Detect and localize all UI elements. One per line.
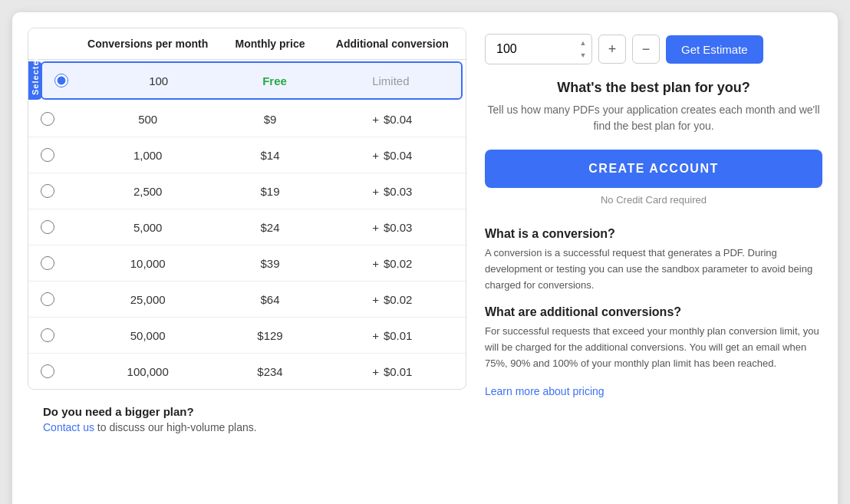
additional-50000: +$0.01 bbox=[331, 329, 453, 342]
conversions-100000: 100,000 bbox=[87, 365, 209, 378]
best-plan-title: What's the best plan for you? bbox=[485, 80, 822, 96]
radio-100000[interactable] bbox=[41, 364, 54, 378]
best-plan-description: Tell us how many PDFs your application c… bbox=[485, 102, 822, 134]
additional-5000: +$0.03 bbox=[331, 221, 453, 234]
create-account-button[interactable]: CREATE ACCOUNT bbox=[485, 150, 822, 188]
additional-100000: +$0.01 bbox=[331, 365, 453, 378]
no-credit-card-text: No Credit Card required bbox=[485, 194, 822, 206]
selected-badge: Selected bbox=[28, 61, 42, 100]
pricing-row-5000[interactable]: 5,000 $24 +$0.03 bbox=[28, 209, 466, 245]
pricing-table: Conversions per month Monthly price Addi… bbox=[28, 28, 466, 390]
faq-conversion-title: What is a conversion? bbox=[485, 227, 822, 241]
selected-row-wrapper: Selected 100 Free Limited bbox=[28, 61, 466, 100]
pricing-row-25000[interactable]: 25,000 $64 +$0.02 bbox=[28, 282, 466, 318]
pricing-row-500[interactable]: 500 $9 +$0.04 bbox=[28, 101, 466, 137]
radio-cell-1000 bbox=[41, 148, 87, 162]
spinner-down-button[interactable]: ▼ bbox=[575, 49, 591, 61]
pricing-row-2500[interactable]: 2,500 $19 +$0.03 bbox=[28, 173, 466, 209]
price-25000: $64 bbox=[209, 293, 331, 306]
conversions-25000: 25,000 bbox=[87, 293, 209, 306]
radio-10000[interactable] bbox=[41, 256, 54, 270]
table-header: Conversions per month Monthly price Addi… bbox=[28, 28, 466, 60]
header-additional: Additional conversion bbox=[331, 38, 453, 50]
pricing-row-10000[interactable]: 10,000 $39 +$0.02 bbox=[28, 245, 466, 282]
conversions-100: 100 bbox=[100, 74, 216, 87]
price-2500: $19 bbox=[209, 185, 331, 198]
faq-additional-text: For successful requests that exceed your… bbox=[485, 324, 822, 371]
best-plan-section: What's the best plan for you? Tell us ho… bbox=[485, 80, 822, 134]
contact-us-link[interactable]: Contact us bbox=[43, 421, 94, 433]
price-50000: $129 bbox=[209, 329, 331, 342]
conversions-500: 500 bbox=[87, 113, 209, 126]
bigger-plan-text: Contact us to discuss our high-volume pl… bbox=[43, 421, 451, 433]
left-panel: Conversions per month Monthly price Addi… bbox=[28, 28, 466, 501]
bigger-plan-title: Do you need a bigger plan? bbox=[43, 405, 451, 418]
additional-500: +$0.04 bbox=[331, 113, 453, 126]
bigger-plan-section: Do you need a bigger plan? Contact us to… bbox=[28, 393, 466, 446]
radio-cell-100 bbox=[54, 74, 100, 87]
faq-section: What is a conversion? A conversion is a … bbox=[485, 227, 822, 398]
conversions-10000: 10,000 bbox=[87, 257, 209, 270]
header-radio-col bbox=[41, 38, 87, 50]
price-500: $9 bbox=[209, 113, 331, 126]
radio-cell-10000 bbox=[41, 256, 87, 270]
faq-additional-title: What are additional conversions? bbox=[485, 305, 822, 319]
radio-cell-50000 bbox=[41, 328, 87, 342]
radio-cell-2500 bbox=[41, 184, 87, 198]
estimator: ▲ ▼ + − Get Estimate bbox=[485, 34, 822, 64]
radio-cell-500 bbox=[41, 112, 87, 126]
conversions-50000: 50,000 bbox=[87, 329, 209, 342]
plus-button[interactable]: + bbox=[598, 35, 626, 64]
number-input-wrapper: ▲ ▼ bbox=[485, 34, 592, 64]
pricing-row-50000[interactable]: 50,000 $129 +$0.01 bbox=[28, 318, 466, 354]
price-100000: $234 bbox=[209, 365, 331, 378]
radio-100[interactable] bbox=[54, 74, 68, 87]
minus-button[interactable]: − bbox=[632, 35, 660, 64]
radio-2500[interactable] bbox=[41, 184, 54, 198]
header-price: Monthly price bbox=[209, 38, 331, 50]
radio-500[interactable] bbox=[41, 112, 54, 126]
radio-1000[interactable] bbox=[41, 148, 54, 162]
conversions-2500: 2,500 bbox=[87, 185, 209, 198]
pricing-row-100[interactable]: 100 Free Limited bbox=[41, 61, 463, 100]
learn-more-link[interactable]: Learn more about pricing bbox=[485, 385, 605, 397]
additional-25000: +$0.02 bbox=[331, 293, 453, 306]
radio-cell-100000 bbox=[41, 364, 87, 378]
radio-cell-5000 bbox=[41, 220, 87, 234]
radio-5000[interactable] bbox=[41, 220, 54, 234]
radio-25000[interactable] bbox=[41, 292, 54, 306]
header-conversions: Conversions per month bbox=[87, 38, 209, 50]
additional-2500: +$0.03 bbox=[331, 185, 453, 198]
get-estimate-button[interactable]: Get Estimate bbox=[666, 35, 763, 64]
price-1000: $14 bbox=[209, 149, 331, 162]
radio-cell-25000 bbox=[41, 292, 87, 306]
bigger-plan-suffix: to discuss our high-volume plans. bbox=[94, 421, 257, 433]
additional-100: Limited bbox=[333, 74, 449, 87]
additional-1000: +$0.04 bbox=[331, 149, 453, 162]
radio-50000[interactable] bbox=[41, 328, 54, 342]
conversions-1000: 1,000 bbox=[87, 149, 209, 162]
price-100: Free bbox=[216, 74, 332, 87]
pricing-row-1000[interactable]: 1,000 $14 +$0.04 bbox=[28, 137, 466, 173]
main-container: Conversions per month Monthly price Addi… bbox=[12, 12, 838, 504]
faq-conversion-text: A conversion is a successful request tha… bbox=[485, 245, 822, 293]
spinner-buttons: ▲ ▼ bbox=[575, 37, 591, 61]
additional-10000: +$0.02 bbox=[331, 257, 453, 270]
price-5000: $24 bbox=[209, 221, 331, 234]
right-panel: ▲ ▼ + − Get Estimate What's the best pla… bbox=[485, 28, 822, 501]
pricing-row-100000[interactable]: 100,000 $234 +$0.01 bbox=[28, 354, 466, 389]
price-10000: $39 bbox=[209, 257, 331, 270]
conversions-5000: 5,000 bbox=[87, 221, 209, 234]
spinner-up-button[interactable]: ▲ bbox=[575, 37, 591, 49]
